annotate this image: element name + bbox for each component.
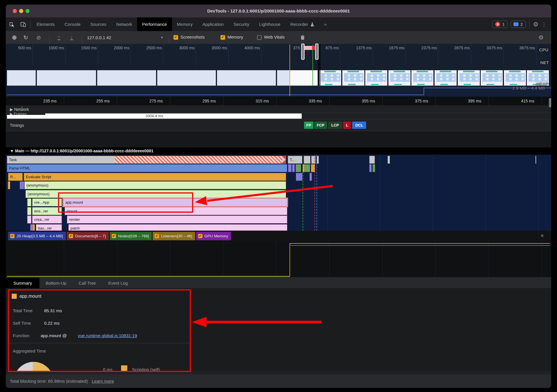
tab-security[interactable]: Security [229,17,254,31]
more-options-icon[interactable]: ⋮ [541,21,547,28]
flame-bar[interactable] [304,164,310,172]
screenshot-thumbnail[interactable] [458,70,480,86]
gpu-memory-checkbox[interactable] [198,234,202,238]
flame-bar-create-renderer[interactable]: crea...rer [32,216,62,223]
tab-elements[interactable]: Elements [32,17,60,31]
flame-bar-parse-html[interactable]: Parse HTML [7,164,287,172]
frames-track-label-clip[interactable]: ▶ Frames [7,112,45,115]
flame-bar[interactable] [27,198,31,206]
flame-bar[interactable] [310,173,312,181]
screenshot-thumbnail[interactable] [290,70,318,86]
history-select[interactable]: 127.0.0.1 #2 [87,31,139,44]
documents-checkbox[interactable] [69,234,73,238]
flame-bar[interactable] [288,164,292,172]
screenshot-thumbnail[interactable] [411,70,433,86]
documents-chip[interactable]: Documents[6 – 7] [67,232,109,240]
flame-bar-evaluate-script[interactable]: Evaluate Script [24,173,286,181]
flame-bar[interactable] [27,216,31,223]
tab-summary[interactable]: Summary [6,278,39,288]
flame-bar[interactable] [372,164,375,172]
screenshot-thumbnail[interactable] [388,70,410,86]
screenshot-thumbnail[interactable] [217,70,276,86]
issue-count-badge[interactable]: 2 [511,21,526,28]
flame-bar[interactable] [22,181,24,189]
tab-overflow-chevron[interactable]: » [319,17,331,31]
flame-bar-create-app[interactable]: cre...App [32,198,62,206]
l-badge[interactable]: L [343,122,351,129]
screenshot-thumbnail[interactable] [342,70,364,86]
flame-bar[interactable] [27,207,31,215]
network-track-label[interactable]: ▶ Network [10,107,29,112]
tab-console[interactable]: Console [60,17,86,31]
device-toolbar-icon[interactable] [17,17,29,31]
flame-bar-render[interactable]: render [67,216,287,223]
reload-and-record-button[interactable]: ↻ [21,31,30,44]
selection-handle-left[interactable] [301,44,305,60]
js-heap-chip[interactable]: JS Heap[3.5 MB – 4.4 MB] [8,232,66,240]
screenshot-thumbnail[interactable] [37,70,96,86]
flame-bar-patch[interactable]: patch [68,224,287,231]
frame-duration-bar[interactable]: 3304.4 ms [7,113,302,119]
memory-overlay-menu-icon[interactable]: ≡ [541,233,544,239]
scrollbar-thumb[interactable] [549,98,551,107]
selection-handle-right[interactable] [315,44,319,60]
screenshot-thumbnail[interactable] [277,70,290,86]
settings-gear-icon[interactable]: ⚙ [533,21,538,27]
web-vitals-label[interactable]: Web Vitals [264,35,285,39]
screenshot-thumbnail[interactable] [435,70,457,86]
trash-icon[interactable] [298,31,307,44]
web-vitals-checkbox[interactable] [257,35,262,40]
screenshots-label[interactable]: Screenshots [180,35,205,39]
tab-memory[interactable]: Memory [172,17,198,31]
inspect-element-icon[interactable] [6,17,17,31]
load-profile-icon[interactable]: ↑ [55,31,63,44]
tab-event-log[interactable]: Event Log [102,278,134,288]
screenshot-thumbnail[interactable] [319,70,341,86]
timings-track[interactable]: Timings FP FCP LCP L DCL [6,120,551,131]
tab-bottom-up[interactable]: Bottom-Up [39,278,73,288]
screenshot-thumbnail[interactable] [504,70,526,86]
screenshot-thumbnail[interactable] [365,70,387,86]
flame-bar-base-renderer[interactable]: bas...rer [36,224,62,231]
flame-bar[interactable] [8,181,10,189]
error-count-badge[interactable]: ✕ 1 [492,21,507,28]
timeline-overview[interactable]: 500 ms1000 ms1500 ms2000 ms2500 ms3000 m… [6,44,551,97]
frames-track[interactable]: 3304.4 ms ▶ Frames [6,113,551,120]
tab-network[interactable]: Network [111,17,137,31]
tab-call-tree[interactable]: Call Tree [73,278,102,288]
flame-bar-task-small[interactable]: T... [288,156,302,164]
clear-recordings-icon[interactable]: ⊘ [34,31,43,44]
screenshot-thumbnail[interactable] [481,70,503,86]
learn-more-link[interactable]: Learn more [92,379,114,384]
fp-badge[interactable]: FP [304,122,313,129]
memory-counter-chart[interactable] [6,241,551,277]
screenshot-thumbnail[interactable] [157,70,216,86]
main-thread-header[interactable]: ▼ Main — http://127.0.0.1:6001/p/2000100… [6,147,551,155]
screenshot-thumbnail[interactable] [97,70,156,86]
flame-bar[interactable] [296,164,301,172]
memory-label[interactable]: Memory [227,35,243,39]
flame-bar[interactable] [536,156,536,164]
nodes-checkbox[interactable] [112,234,116,238]
flame-bar[interactable] [388,156,390,164]
network-track[interactable]: ▶ Network [6,105,551,113]
fcp-badge[interactable]: FCP [314,122,327,129]
flame-bar[interactable] [304,156,310,164]
flame-bar[interactable] [292,164,295,172]
screenshot-thumbnail[interactable] [7,70,36,86]
gpu-memory-chip[interactable]: GPU Memory [196,232,231,240]
tab-application[interactable]: Application [198,17,229,31]
flame-bar[interactable] [369,156,375,164]
memory-checkbox[interactable] [220,35,225,40]
nodes-chip[interactable]: Nodes[539 – 768] [110,232,152,240]
js-heap-checkbox[interactable] [10,234,15,238]
flame-bar[interactable] [30,224,32,231]
tab-recorder[interactable]: Recorder [285,17,319,31]
flame-bar[interactable] [32,224,35,231]
lcp-badge[interactable]: LCP [328,122,342,129]
detail-time-ruler[interactable]: 235 ms255 ms275 ms295 ms315 ms335 ms355 … [6,97,551,106]
flame-bar-anonymous[interactable]: (anonymous) [24,181,286,189]
history-select-caret-icon[interactable]: ▾ [159,31,165,44]
save-profile-icon[interactable]: ↓ [67,31,76,44]
dcl-badge[interactable]: DCL [352,122,366,129]
